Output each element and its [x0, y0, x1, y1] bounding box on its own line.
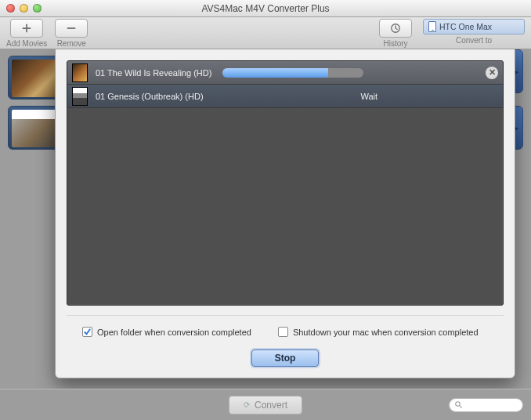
window-title: AVS4Mac M4V Converter Plus: [0, 3, 531, 14]
clock-icon: [390, 23, 401, 34]
convert-button[interactable]: ⟳ Convert: [229, 396, 302, 415]
search-icon: [454, 400, 463, 409]
shutdown-label: Shutdown your mac when conversion comple…: [293, 328, 479, 337]
video-thumb: [72, 87, 88, 106]
queue-item-status: Wait: [360, 92, 377, 101]
close-icon: ✕: [489, 67, 496, 78]
footer-bar: ⟳ Convert: [0, 389, 531, 420]
remove-label: Remove: [57, 39, 86, 48]
conversion-sheet: 01 The Wild Is Revealing (HD) ✕ 01 Genes…: [55, 49, 515, 378]
close-window-button[interactable]: [6, 4, 15, 13]
plus-icon: [21, 23, 32, 34]
cancel-item-button[interactable]: ✕: [486, 67, 498, 79]
history-label: History: [383, 39, 407, 48]
search-input[interactable]: [449, 398, 523, 412]
progress-fill: [222, 68, 328, 78]
history-button[interactable]: [379, 19, 412, 38]
stop-button-label: Stop: [275, 353, 296, 364]
checkbox-checked[interactable]: [82, 327, 92, 337]
add-movies-label: Add Movies: [6, 39, 47, 48]
open-folder-option[interactable]: Open folder when conversion completed: [82, 327, 251, 337]
window-controls: [0, 4, 42, 13]
device-icon: [428, 21, 436, 32]
queue-row[interactable]: 01 The Wild Is Revealing (HD) ✕: [67, 61, 503, 85]
conversion-queue: 01 The Wild Is Revealing (HD) ✕ 01 Genes…: [67, 60, 504, 306]
stop-button[interactable]: Stop: [251, 349, 319, 367]
checkbox-unchecked[interactable]: [278, 327, 288, 337]
queue-item-title: 01 Genesis (Outbreak) (HD): [96, 92, 204, 101]
convert-to-label: Convert to: [456, 36, 492, 45]
sheet-options: Open folder when conversion completed Sh…: [67, 315, 504, 337]
progress-bar: [222, 68, 363, 78]
convert-to-value: HTC One Max: [439, 22, 492, 31]
zoom-window-button[interactable]: [33, 4, 42, 13]
add-movies-button[interactable]: [10, 19, 43, 38]
open-folder-label: Open folder when conversion completed: [97, 328, 251, 337]
minus-icon: [66, 23, 77, 34]
remove-button[interactable]: [55, 19, 88, 38]
queue-item-title: 01 The Wild Is Revealing (HD): [96, 68, 211, 78]
queue-row[interactable]: 01 Genesis (Outbreak) (HD) Wait: [67, 85, 503, 108]
minimize-window-button[interactable]: [20, 4, 28, 13]
refresh-icon: ⟳: [244, 400, 250, 409]
convert-to-select[interactable]: HTC One Max: [423, 19, 525, 34]
sheet-actions: Stop: [56, 337, 515, 378]
svg-point-2: [456, 402, 461, 407]
toolbar: Add Movies Remove History HTC One Max Co…: [0, 17, 531, 49]
check-icon: [83, 328, 92, 336]
video-thumb: [72, 63, 88, 82]
shutdown-option[interactable]: Shutdown your mac when conversion comple…: [278, 327, 479, 337]
window-titlebar: AVS4Mac M4V Converter Plus: [0, 0, 531, 17]
main-stage: ▸ ▸ 01 The Wild Is Revealing (HD) ✕ 01 G…: [0, 49, 531, 420]
svg-rect-0: [67, 27, 76, 29]
convert-button-label: Convert: [255, 400, 287, 411]
